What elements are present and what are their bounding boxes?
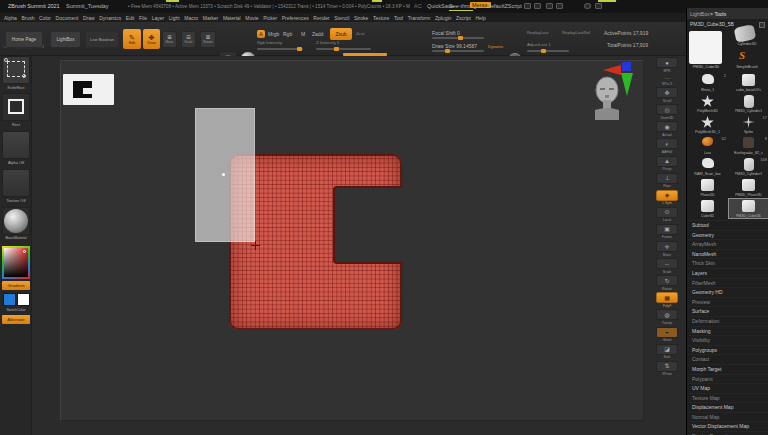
menu-item[interactable]: Color <box>39 15 51 21</box>
rgb-intensity-slider[interactable] <box>257 48 303 50</box>
menu-item[interactable]: Stencil <box>334 15 349 21</box>
shelf-button[interactable]: ◉ Actual <box>655 121 679 137</box>
config-icon[interactable] <box>556 3 563 9</box>
tool-thumbnail[interactable]: PM3D_Cylinder3 <box>728 93 768 114</box>
lightbox-tab[interactable]: LightBox <box>690 11 709 17</box>
palette-section-header[interactable]: Normal Map <box>687 412 768 422</box>
tool-thumbnail[interactable]: 168 PM3D_Cylinder3 <box>728 156 768 177</box>
menu-item[interactable]: Edit <box>126 15 135 21</box>
palette-section-header[interactable]: Polypaint <box>687 374 768 384</box>
zsub-toggle-active[interactable]: Zsub <box>330 28 352 40</box>
palette-section-header[interactable]: Polygroups <box>687 345 768 355</box>
palette-section-header[interactable]: Geometry <box>687 230 768 240</box>
palette-section-header[interactable]: Visibility <box>687 335 768 345</box>
shelf-button[interactable]: ● BPR <box>655 57 679 73</box>
menu-item[interactable]: Document <box>56 15 79 21</box>
palette-section-header[interactable]: Deformation <box>687 316 768 326</box>
texture-slot[interactable] <box>2 169 30 197</box>
shelf-button[interactable]: ◒ Ghost <box>655 327 679 343</box>
menu-item[interactable]: Render <box>313 15 329 21</box>
cylinder-tool-thumbnail[interactable] <box>734 24 757 43</box>
shelf-button[interactable]: — SPix 3 <box>655 74 679 86</box>
palette-section-header[interactable]: Thick Skin <box>687 258 768 268</box>
current-brush-thumbnail[interactable] <box>2 56 30 84</box>
slider-nub[interactable] <box>541 49 546 53</box>
palette-section-header[interactable]: Masking <box>687 326 768 336</box>
tool-thumbnail[interactable]: PolyMesh3D <box>687 93 728 114</box>
tool-thumbnail[interactable]: 17 Spike <box>728 114 768 135</box>
z-axis-cube-icon[interactable] <box>622 62 631 71</box>
draw-size-slider[interactable] <box>432 50 484 52</box>
menu-item[interactable]: Draw <box>83 15 95 21</box>
menu-item[interactable]: Stroke <box>354 15 368 21</box>
shelf-button[interactable]: ▦ PolyF <box>655 292 679 308</box>
menu-item[interactable]: Alpha <box>4 15 17 21</box>
rotate-gizmo-button[interactable]: ⊠ Rotate <box>200 31 216 48</box>
home-page-button[interactable]: Home Page <box>5 31 43 48</box>
scale-gizmo-button[interactable]: ⊟ Scale <box>181 31 196 48</box>
alternate-button[interactable]: Alternate <box>2 315 30 324</box>
palette-section-header[interactable]: UV Map <box>687 383 768 393</box>
shelf-button[interactable]: ⇅ XPose <box>655 361 679 377</box>
replay-last-rel-button[interactable]: ReplayLastRel <box>562 30 590 35</box>
lightbox-button[interactable]: LightBox <box>50 31 81 48</box>
palette-section-header[interactable]: FiberMesh <box>687 278 768 288</box>
menu-item[interactable]: Dynamics <box>99 15 121 21</box>
shelf-button[interactable]: ▣ Frame <box>655 224 679 240</box>
palette-section-header[interactable]: NanoMesh <box>687 249 768 259</box>
shelf-button[interactable]: ◍ Transp <box>655 309 679 325</box>
palette-section-header[interactable]: Subtool <box>687 220 768 230</box>
shelf-button[interactable]: ⊙ Local <box>655 207 679 223</box>
tool-thumbnail[interactable]: 8 Earthquake_82_s <box>728 135 768 156</box>
shelf-button[interactable]: ◐ AAHalf <box>655 138 679 154</box>
shelf-button[interactable]: ↻ Rotate <box>655 275 679 291</box>
slider-nub[interactable] <box>334 47 339 51</box>
interface-layout-icon[interactable] <box>534 3 541 9</box>
interface-layout-icon[interactable] <box>524 3 531 9</box>
tool-thumbnail[interactable]: 2 Rhino_1 <box>687 72 728 93</box>
menu-item[interactable]: Tool <box>394 15 403 21</box>
z-intensity-slider[interactable] <box>316 48 371 50</box>
palette-section-header[interactable]: Preview <box>687 297 768 307</box>
shelf-button[interactable]: ✛ Move <box>655 241 679 257</box>
slider-nub[interactable] <box>297 47 302 51</box>
menu-item[interactable]: Texture <box>373 15 389 21</box>
tool-options-button[interactable] <box>759 22 765 28</box>
canvas-area[interactable] <box>32 56 648 435</box>
tool-thumbnail[interactable]: 62 Lara <box>687 135 728 156</box>
mrgb-toggle[interactable]: Mrgb <box>268 31 279 37</box>
palette-section-header[interactable]: Morph Target <box>687 364 768 374</box>
default-zscript-button[interactable]: DefaultZScript <box>487 3 522 9</box>
tools-tab[interactable]: Tools <box>715 11 727 17</box>
rgb-toggle[interactable]: Rgb <box>283 31 292 37</box>
slider-nub[interactable] <box>458 36 463 40</box>
palette-section-header[interactable]: Layers <box>687 268 768 278</box>
y-axis-arrow-icon[interactable] <box>621 73 633 96</box>
dynamic-toggle[interactable]: Dynamic <box>488 44 504 49</box>
color-picker[interactable] <box>2 246 30 279</box>
menu-item[interactable]: Movie <box>245 15 258 21</box>
menu-item[interactable]: Layer <box>152 15 165 21</box>
shelf-button[interactable]: ◎ Zoom3D <box>655 104 679 120</box>
main-color-swatch[interactable] <box>3 293 16 306</box>
tool-thumbnail[interactable]: Plane3D <box>687 177 728 198</box>
alpha-slot[interactable] <box>2 131 30 159</box>
menu-item[interactable]: Preferences <box>282 15 309 21</box>
menu-item[interactable]: Picker <box>263 15 277 21</box>
shelf-button[interactable]: ▲ Persp <box>655 156 679 172</box>
palette-section-header[interactable]: Surface <box>687 306 768 316</box>
sign-in-icon[interactable] <box>595 3 602 9</box>
shelf-button[interactable]: ⊥ Floor <box>655 173 679 189</box>
tool-thumbnail[interactable]: RAW_Scan_low <box>687 156 728 177</box>
x-axis-arrow-icon[interactable] <box>603 65 621 75</box>
menu-item[interactable]: Transform <box>408 15 431 21</box>
focal-shift-slider[interactable] <box>432 37 484 39</box>
palette-section-header[interactable]: Displacement Map <box>687 402 768 412</box>
tool-thumbnail[interactable]: PM3D_Cube3D <box>728 198 768 219</box>
menu-item[interactable]: Help <box>476 15 486 21</box>
shelf-button[interactable]: ⇔ Scale <box>655 258 679 274</box>
palette-section-header[interactable]: Contact <box>687 354 768 364</box>
menu-item[interactable]: Brush <box>21 15 34 21</box>
current-stroke-thumbnail[interactable] <box>2 93 30 121</box>
tool-thumbnail[interactable]: PolyMesh3D_1 <box>687 114 728 135</box>
